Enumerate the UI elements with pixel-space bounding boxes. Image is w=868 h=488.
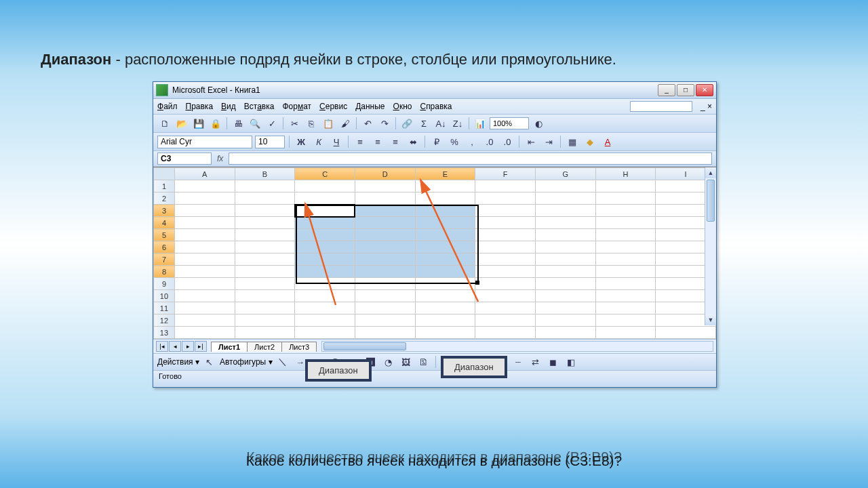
row-header[interactable]: 4 <box>154 217 175 229</box>
cut-icon[interactable]: ✂ <box>287 116 302 131</box>
help-search-input[interactable] <box>630 101 692 112</box>
row-header[interactable]: 1 <box>154 180 175 192</box>
spellcheck-icon[interactable]: ✓ <box>264 116 279 131</box>
fx-icon[interactable]: fx <box>217 154 223 163</box>
arrow-style-icon[interactable]: ⇄ <box>528 354 543 369</box>
row-header[interactable]: 6 <box>154 241 175 253</box>
row-header[interactable]: 3 <box>154 205 175 217</box>
row-header[interactable]: 7 <box>154 253 175 266</box>
undo-icon[interactable]: ↶ <box>360 116 375 131</box>
last-sheet-icon[interactable]: ▸| <box>195 341 207 352</box>
first-sheet-icon[interactable]: |◂ <box>156 341 168 352</box>
maximize-button[interactable]: □ <box>677 84 694 96</box>
row-header[interactable]: 11 <box>154 302 175 314</box>
picture-icon[interactable]: 🖻 <box>416 354 431 369</box>
menu-insert[interactable]: Вставка <box>244 102 275 111</box>
row-header[interactable]: 13 <box>154 327 175 339</box>
sort-asc-icon[interactable]: A↓ <box>433 116 448 131</box>
menu-data[interactable]: Данные <box>355 102 384 111</box>
shadow-icon[interactable]: ◼ <box>546 354 561 369</box>
titlebar[interactable]: Microsoft Excel - Книга1 _ □ ✕ <box>153 82 716 99</box>
menu-tools[interactable]: Сервис <box>319 102 347 111</box>
copy-icon[interactable]: ⎘ <box>304 116 319 131</box>
increase-decimal-icon[interactable]: .0 <box>482 134 497 149</box>
col-header[interactable]: G <box>535 168 595 180</box>
help-icon[interactable]: ◐ <box>531 116 546 131</box>
autoshapes-button[interactable]: Автофигуры ▾ <box>220 357 273 367</box>
sort-desc-icon[interactable]: Z↓ <box>450 116 465 131</box>
format-painter-icon[interactable]: 🖌 <box>338 116 353 131</box>
merge-icon[interactable]: ⬌ <box>406 134 420 149</box>
3d-icon[interactable]: ◧ <box>564 354 578 369</box>
grid[interactable]: A B C D E F G H I 1 2 3 4 5 6 7 8 9 <box>153 167 716 339</box>
row-header[interactable]: 8 <box>154 266 175 278</box>
col-header[interactable]: C <box>295 168 355 180</box>
italic-button[interactable]: К <box>311 134 326 149</box>
col-header[interactable]: B <box>235 168 295 180</box>
borders-icon[interactable]: ▦ <box>565 134 580 149</box>
redo-icon[interactable]: ↷ <box>377 116 392 131</box>
save-icon[interactable]: 💾 <box>191 116 206 131</box>
col-header[interactable]: E <box>415 168 475 180</box>
menu-view[interactable]: Вид <box>221 102 236 111</box>
currency-icon[interactable]: ₽ <box>429 134 444 149</box>
col-header[interactable]: A <box>174 168 235 180</box>
paste-icon[interactable]: 📋 <box>321 116 336 131</box>
scroll-thumb[interactable] <box>707 180 715 222</box>
permission-icon[interactable]: 🔒 <box>208 116 223 131</box>
draw-actions-button[interactable]: Действия ▾ <box>157 357 199 367</box>
percent-icon[interactable]: % <box>447 134 462 149</box>
row-header[interactable]: 5 <box>154 229 175 241</box>
vertical-scrollbar[interactable]: ▲ ▼ <box>705 167 716 325</box>
sheet-tab[interactable]: Лист3 <box>281 342 317 352</box>
sheet-tab[interactable]: Лист1 <box>211 342 248 352</box>
formula-input[interactable] <box>229 152 712 165</box>
col-header[interactable]: H <box>595 168 656 180</box>
new-icon[interactable]: 🗋 <box>157 116 172 131</box>
select-icon[interactable]: ↖ <box>202 354 217 369</box>
col-header[interactable]: D <box>355 168 415 180</box>
horizontal-scrollbar[interactable] <box>321 341 713 352</box>
row-header[interactable]: 2 <box>154 192 175 205</box>
increase-indent-icon[interactable]: ⇥ <box>541 134 556 149</box>
minimize-button[interactable]: _ <box>658 84 675 96</box>
print-icon[interactable]: 🖶 <box>231 116 245 131</box>
close-button[interactable]: ✕ <box>696 84 713 96</box>
menu-window[interactable]: Окно <box>393 102 412 111</box>
font-size-input[interactable]: 10 <box>255 136 285 148</box>
font-color-icon[interactable]: A <box>600 134 615 149</box>
row-header[interactable]: 12 <box>154 314 175 327</box>
menu-file[interactable]: Файл <box>157 102 178 111</box>
underline-button[interactable]: Ч <box>329 134 344 149</box>
fill-color-icon[interactable]: ◆ <box>583 134 597 149</box>
decrease-decimal-icon[interactable]: .0 <box>500 134 515 149</box>
row-header[interactable]: 9 <box>154 278 175 290</box>
sheet-tab[interactable]: Лист2 <box>247 342 282 352</box>
diagram-icon[interactable]: ◔ <box>381 354 396 369</box>
menu-edit[interactable]: Правка <box>186 102 214 111</box>
select-all-corner[interactable] <box>154 168 175 180</box>
chart-icon[interactable]: 📊 <box>473 116 488 131</box>
font-name-input[interactable]: Arial Cyr <box>157 136 252 148</box>
align-right-icon[interactable]: ≡ <box>388 134 403 149</box>
comma-icon[interactable]: , <box>465 134 479 149</box>
decrease-indent-icon[interactable]: ⇤ <box>524 134 538 149</box>
zoom-input[interactable]: 100% <box>490 117 529 129</box>
prev-sheet-icon[interactable]: ◂ <box>169 341 181 352</box>
next-sheet-icon[interactable]: ▸ <box>182 341 194 352</box>
scroll-thumb[interactable] <box>323 342 406 350</box>
menu-chevron[interactable]: _ × <box>701 102 712 111</box>
name-box[interactable]: C3 <box>157 152 212 165</box>
row-header[interactable]: 10 <box>154 290 175 302</box>
align-center-icon[interactable]: ≡ <box>370 134 385 149</box>
bold-button[interactable]: Ж <box>294 134 309 149</box>
align-left-icon[interactable]: ≡ <box>353 134 368 149</box>
hyperlink-icon[interactable]: 🔗 <box>399 116 414 131</box>
col-header[interactable]: F <box>475 168 536 180</box>
clipart-icon[interactable]: 🖼 <box>399 354 414 369</box>
preview-icon[interactable]: 🔍 <box>248 116 262 131</box>
menu-help[interactable]: Справка <box>420 102 452 111</box>
autosum-icon[interactable]: Σ <box>416 116 431 131</box>
dash-style-icon[interactable]: ┄ <box>511 354 526 369</box>
scroll-up-icon[interactable]: ▲ <box>705 167 716 178</box>
